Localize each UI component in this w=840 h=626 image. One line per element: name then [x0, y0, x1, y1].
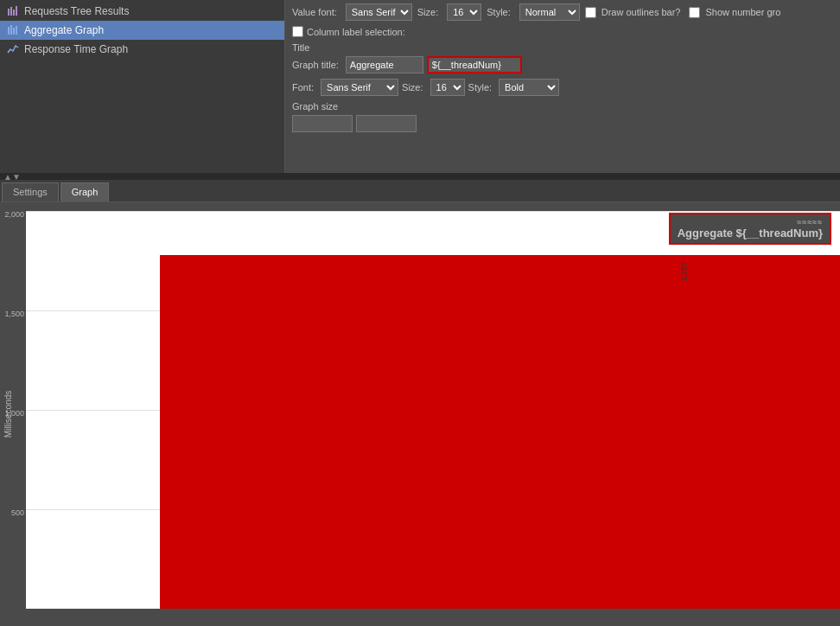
value-font-row: Value font: Sans Serif Size: 16 Style: N… [292, 3, 833, 21]
font-label: Font: [292, 82, 314, 93]
settings-panel: Value font: Sans Serif Size: 16 Style: N… [285, 0, 840, 173]
svg-rect-6 [13, 28, 15, 35]
style-select[interactable]: Normal [519, 3, 580, 21]
grid-line-1 [26, 211, 840, 212]
svg-rect-7 [16, 26, 17, 35]
graph-size-row [292, 115, 833, 132]
svg-rect-4 [8, 27, 10, 35]
y-tick-2000: 2,000 [4, 211, 24, 219]
sidebar-item-response-time[interactable]: Response Time Graph [0, 40, 284, 59]
svg-rect-2 [13, 10, 15, 16]
graph-title-label: Graph title: [292, 60, 339, 70]
svg-rect-5 [10, 25, 12, 35]
graph-width-input[interactable] [292, 115, 353, 132]
title-section-label: Title [292, 42, 833, 53]
graph-title-prefix-input[interactable] [346, 56, 423, 73]
svg-rect-3 [16, 6, 17, 16]
sidebar: Requests Tree Results Aggregate Graph Re… [0, 0, 285, 173]
font-size-label: Size: [402, 82, 423, 93]
bottom-section: Settings Graph Milliseconds 2,000 1,500 … [0, 180, 840, 626]
svg-rect-1 [10, 7, 12, 16]
font-style-label: Style: [468, 82, 493, 93]
graph-height-input[interactable] [356, 115, 417, 132]
column-label-checkbox[interactable] [292, 26, 303, 37]
squiggle-line: ≈≈≈≈≈ [678, 218, 823, 227]
sidebar-item-label: Aggregate Graph [24, 24, 104, 36]
show-number-label: Show number gro [705, 7, 780, 17]
sidebar-item-label: Requests Tree Results [24, 5, 129, 17]
sidebar-item-aggregate-graph[interactable]: Aggregate Graph [0, 21, 284, 40]
size-label: Size: [417, 7, 438, 17]
y-tick-500: 500 [11, 509, 24, 517]
font-style-select[interactable]: Bold [499, 79, 559, 96]
tab-graph[interactable]: Graph [60, 182, 110, 201]
column-label-text: Column label selection: [307, 27, 405, 37]
style-label: Style: [487, 7, 511, 17]
graph-size-label: Graph size [292, 101, 833, 112]
chart-title-box: ≈≈≈≈≈ Aggregate ${__threadNum} [669, 213, 831, 245]
y-tick-1000: 1,000 [4, 410, 24, 418]
draw-outlines-checkbox[interactable] [585, 7, 596, 18]
chart-title-text: Aggregate ${__threadNum} [678, 227, 823, 240]
svg-rect-0 [8, 9, 10, 16]
red-bar: 1,787 [160, 255, 840, 609]
chart-area: Milliseconds 2,000 1,500 1,000 500 1,78 [0, 202, 840, 626]
graph-title-row: Graph title: [292, 56, 833, 73]
chart-line-icon [7, 43, 19, 55]
sidebar-item-label: Response Time Graph [24, 43, 128, 55]
font-select[interactable]: Sans Serif [321, 79, 398, 96]
tab-settings[interactable]: Settings [2, 182, 59, 201]
font-size-select[interactable]: 16 [430, 79, 465, 96]
y-tick-1500: 1,500 [4, 310, 24, 318]
tabs-bar: Settings Graph [0, 180, 840, 202]
y-axis-values: 2,000 1,500 1,000 500 [0, 211, 26, 609]
chart-icon [7, 5, 19, 17]
chart-content: 1,787 ≈≈≈≈≈ Aggregate ${__threadNum} [26, 211, 840, 609]
value-font-select[interactable]: Sans Serif [346, 3, 412, 21]
bar-value-label: 1,787 [680, 262, 689, 282]
font-row: Font: Sans Serif Size: 16 Style: Bold [292, 79, 833, 96]
chart-bar-icon [7, 24, 19, 36]
sidebar-item-requests-tree[interactable]: Requests Tree Results [0, 2, 284, 21]
chart-title-inner: Aggregate ${__threadNum} [678, 227, 823, 240]
column-label-row: Column label selection: [292, 26, 833, 37]
show-number-checkbox[interactable] [689, 7, 700, 18]
size-select[interactable]: 16 [447, 3, 481, 21]
draw-outlines-label: Draw outlines bar? [601, 7, 681, 17]
value-font-label: Value font: [292, 7, 337, 17]
divider-bar: ▲▼ [0, 173, 840, 180]
graph-title-var-input[interactable] [427, 56, 522, 73]
